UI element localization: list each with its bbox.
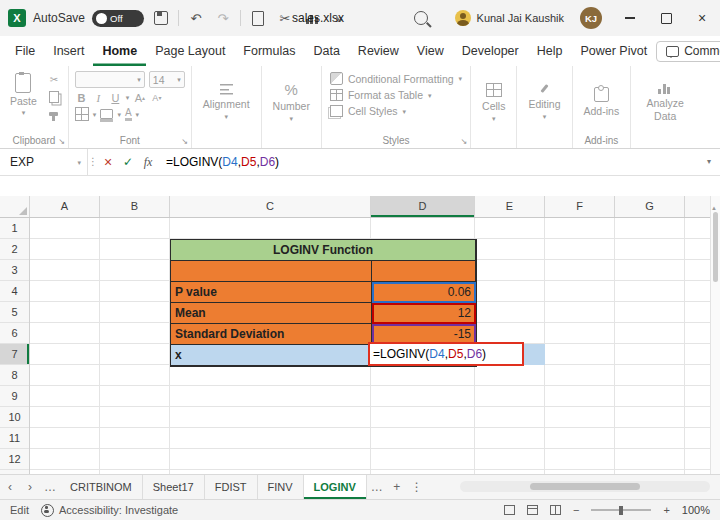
underline-button[interactable] [109, 91, 122, 104]
cells-button[interactable]: Cells [477, 71, 510, 133]
cell-c4[interactable]: P value [171, 282, 372, 303]
sheet-list-button[interactable] [40, 475, 60, 499]
number-button[interactable]: Number [268, 71, 315, 133]
sheet-tab-finv[interactable]: FINV [258, 475, 304, 499]
page-break-view-button[interactable] [550, 505, 561, 515]
editing-button[interactable]: Editing [523, 71, 565, 133]
sheet-tab-sheet17[interactable]: Sheet17 [143, 475, 205, 499]
row-header-4[interactable]: 4 [0, 281, 29, 302]
menu-tab-home[interactable]: Home [93, 36, 146, 66]
cancel-button[interactable] [98, 152, 118, 172]
select-all-corner[interactable] [0, 196, 30, 217]
vertical-scroll-thumb[interactable] [713, 212, 718, 282]
cell-d5[interactable]: 12 [372, 303, 476, 324]
column-header-a[interactable]: A [30, 196, 100, 217]
font-dialog-launcher[interactable] [181, 138, 188, 146]
format-painter-button[interactable] [46, 107, 62, 121]
redo-button[interactable] [213, 8, 233, 28]
cell-c6[interactable]: Standard Deviation [171, 324, 372, 345]
column-header-d[interactable]: D [371, 196, 475, 217]
horizontal-scroll-thumb[interactable] [530, 483, 640, 490]
cell-d3[interactable] [372, 261, 476, 282]
vertical-scrollbar[interactable] [710, 196, 720, 474]
row-header-12[interactable]: 12 [0, 449, 29, 470]
new-sheet-button[interactable] [387, 475, 407, 499]
search-icon[interactable] [414, 11, 428, 25]
italic-button[interactable] [92, 91, 105, 104]
autosave-toggle[interactable]: Off [92, 10, 144, 27]
borders-options-button[interactable] [93, 111, 97, 118]
analyze-data-button[interactable]: Analyze Data [637, 71, 693, 133]
menu-tab-formulas[interactable]: Formulas [234, 36, 304, 66]
cells-area[interactable]: LOGINV Function P value 0.06 Mean 12 Sta… [30, 218, 720, 474]
menu-tab-developer[interactable]: Developer [453, 36, 528, 66]
formula-input[interactable]: =LOGINV(D4,D5,D6) [158, 155, 698, 169]
underline-options-button[interactable] [126, 94, 130, 101]
zoom-slider-thumb[interactable] [619, 506, 623, 515]
column-header-b[interactable]: B [100, 196, 170, 217]
menu-tab-insert[interactable]: Insert [44, 36, 93, 66]
formula-edit-cell[interactable]: =LOGINV(D4,D5,D6) [368, 342, 524, 366]
menu-tab-review[interactable]: Review [349, 36, 408, 66]
bold-button[interactable] [75, 91, 88, 104]
sheet-nav-right-button[interactable] [20, 475, 40, 499]
addins-button[interactable]: Add-ins [579, 71, 625, 133]
column-header-c[interactable]: C [170, 196, 371, 217]
font-color-button[interactable] [125, 107, 132, 121]
accessibility-status[interactable]: Accessibility: Investigate [41, 504, 178, 517]
table-title-cell[interactable]: LOGINV Function [171, 240, 476, 261]
fill-color-button[interactable] [100, 109, 113, 119]
maximize-button[interactable] [648, 0, 684, 36]
sheet-tab-loginv[interactable]: LOGINV [304, 475, 367, 499]
cut-button[interactable] [46, 73, 62, 87]
comments-button[interactable]: Comments [656, 41, 720, 62]
menu-tab-power-pivot[interactable]: Power Pivot [571, 36, 656, 66]
copy-button[interactable] [46, 90, 62, 104]
row-header-9[interactable]: 9 [0, 386, 29, 407]
menu-tab-view[interactable]: View [408, 36, 453, 66]
column-header-e[interactable]: E [475, 196, 545, 217]
menu-tab-help[interactable]: Help [528, 36, 572, 66]
column-header-f[interactable]: F [545, 196, 615, 217]
more-sheets-button[interactable] [367, 475, 387, 499]
conditional-formatting-button[interactable]: Conditional Formatting [328, 71, 464, 86]
row-header-10[interactable]: 10 [0, 407, 29, 428]
zoom-out-button[interactable] [573, 505, 579, 516]
close-button[interactable] [684, 0, 720, 36]
save-button[interactable] [151, 8, 171, 28]
zoom-in-button[interactable] [663, 505, 669, 516]
cell-c5[interactable]: Mean [171, 303, 372, 324]
cell-d4[interactable]: 0.06 [372, 282, 476, 303]
name-box[interactable]: EXP [0, 149, 88, 175]
styles-dialog-launcher[interactable] [460, 138, 467, 146]
font-size-select[interactable]: 14 [149, 71, 185, 88]
borders-button[interactable] [75, 107, 89, 121]
minimize-button[interactable] [612, 0, 648, 36]
font-name-select[interactable] [75, 71, 145, 88]
row-header-5[interactable]: 5 [0, 302, 29, 323]
menu-tab-file[interactable]: File [6, 36, 44, 66]
user-account[interactable]: Kunal Jai Kaushik [449, 10, 570, 26]
sheet-nav-left-button[interactable] [0, 475, 20, 499]
page-layout-view-button[interactable] [527, 505, 538, 515]
enter-button[interactable] [118, 152, 138, 172]
undo-button[interactable] [186, 8, 206, 28]
row-header-2[interactable]: 2 [0, 239, 29, 260]
user-initials-badge[interactable]: KJ [580, 7, 602, 29]
copy-page-button[interactable] [248, 8, 268, 28]
menu-tab-data[interactable]: Data [304, 36, 348, 66]
row-header-7[interactable]: 7 [0, 344, 29, 365]
mode-indicator[interactable]: Edit [10, 504, 29, 516]
insert-function-button[interactable]: fx [138, 152, 158, 172]
sheet-tab-critbinom[interactable]: CRITBINOM [60, 475, 143, 499]
font-color-options-button[interactable] [136, 111, 140, 118]
zoom-slider[interactable] [591, 509, 651, 511]
paste-button[interactable]: Paste [6, 71, 41, 133]
formula-bar-expand-button[interactable] [698, 158, 720, 166]
decrease-font-size-button[interactable] [150, 91, 163, 104]
row-header-3[interactable]: 3 [0, 260, 29, 281]
cell-styles-button[interactable]: Cell Styles [328, 104, 464, 118]
sheet-options-button[interactable] [407, 475, 427, 499]
row-header-11[interactable]: 11 [0, 428, 29, 449]
row-header-8[interactable]: 8 [0, 365, 29, 386]
